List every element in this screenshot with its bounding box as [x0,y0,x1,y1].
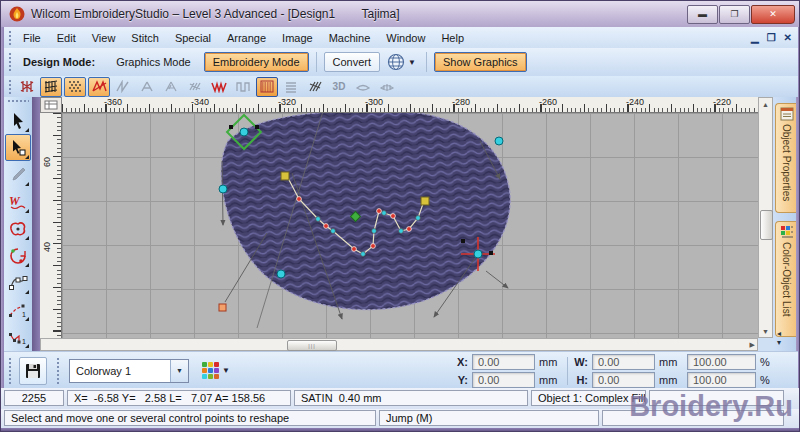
scroll-down-icon[interactable]: ▼ [759,325,772,337]
trapunto-icon[interactable] [352,77,374,97]
status-spare [649,390,784,406]
closed-shape-tool[interactable] [5,215,31,242]
menu-file[interactable]: File [15,30,49,46]
tatami-fill-icon[interactable] [64,77,86,97]
toolbar-grip[interactable] [55,356,60,386]
embroidery-mode-button[interactable]: Embroidery Mode [204,52,309,72]
height-field[interactable]: 0.00 [592,372,655,388]
x-scale-field[interactable]: 100.00 [687,354,756,370]
knife-tool[interactable] [5,161,31,188]
minimize-button[interactable]: ▬ [687,5,718,24]
square-wave-icon[interactable] [232,77,254,97]
selected-node-handle[interactable] [240,128,248,136]
restore-button[interactable]: ❐ [719,5,750,24]
tab-object-properties[interactable]: Object Properties [775,103,797,213]
convert-button[interactable]: Convert [324,52,381,72]
lettering-tool[interactable]: W [5,188,31,215]
wave-run-icon[interactable] [208,77,230,97]
vertical-scrollbar[interactable]: ▲ ▼ [758,97,773,338]
boundary-control-point[interactable] [495,137,503,145]
mirror-rotate-tool[interactable] [5,242,31,269]
colorway-toolbar: Colorway 1 ▼ ▼ X: 0.00 mm Y: 0.00 [4,351,798,389]
hint-text: Select and move one or several control p… [4,410,376,426]
hoop-globe-button[interactable]: ▼ [382,50,421,74]
contour-lines-icon[interactable] [280,77,302,97]
toolbar-grip[interactable] [7,78,12,95]
toolbar-grip[interactable] [7,356,12,386]
motif-run-icon[interactable] [88,77,110,97]
vertical-scrollbar-thumb[interactable] [760,210,773,240]
menu-stitch[interactable]: Stitch [123,30,167,46]
end-point-marker[interactable] [219,304,226,311]
toolbar-grip[interactable] [7,99,29,104]
menu-arrange[interactable]: Arrange [219,30,274,46]
complex-fill-icon[interactable] [256,77,278,97]
x-field[interactable]: 0.00 [472,354,535,370]
ruler-label: -340 [191,97,209,107]
menu-help[interactable]: Help [433,30,472,46]
mdi-minimize-button[interactable]: ▁ [751,32,759,43]
flyout-arrow-icon [25,344,29,348]
node-square[interactable] [255,125,259,129]
y-scale-field[interactable]: 100.00 [687,372,756,388]
reshape-nodes-tool[interactable] [5,269,31,296]
ruler-label: -260 [539,97,557,107]
threed-effect-icon[interactable]: 3D [328,77,350,97]
flyout-arrow-icon [25,317,29,321]
thread-colors-button[interactable]: ▼ [197,359,235,382]
boundary-control-point[interactable] [219,185,227,193]
toolbar-grip[interactable] [7,51,12,73]
close-button[interactable]: ✕ [751,5,795,24]
boundary-control-point[interactable] [277,270,285,278]
basket-weave-icon[interactable] [376,77,398,97]
menu-edit[interactable]: Edit [49,30,84,46]
cross-hatch-icon[interactable] [304,77,326,97]
zigzag-stitch-icon[interactable] [112,77,134,97]
stem-stitch-icon[interactable] [184,77,206,97]
mdi-restore-button[interactable]: ❐ [767,32,776,43]
combo-dropdown-icon[interactable]: ▼ [170,360,188,382]
sculpture-run-icon[interactable] [160,77,182,97]
exit-point-marker[interactable] [421,197,429,205]
menu-machine[interactable]: Machine [321,30,379,46]
select-tool[interactable] [5,107,31,134]
reshape-tool[interactable] [5,134,31,161]
embroidery-object-complex-fill[interactable] [221,113,510,310]
horizontal-scrollbar[interactable]: ||| ▶ [40,338,758,351]
flyout-arrow-icon [25,155,29,159]
show-graphics-button[interactable]: Show Graphics [434,52,527,72]
scroll-up-icon[interactable]: ▲ [759,98,772,110]
menu-window[interactable]: Window [378,30,433,46]
satin-stitch-icon[interactable] [40,77,62,97]
title-bar: Wilcom EmbroideryStudio – Level 3 Advanc… [1,1,800,27]
run-stitch-tool[interactable]: 1 [5,323,31,350]
horizontal-scrollbar-thumb[interactable]: ||| [287,340,337,351]
toolbar-grip[interactable] [7,29,12,46]
e-stitch-icon[interactable] [136,77,158,97]
scroll-right-icon[interactable]: ▶ [750,341,755,349]
design-canvas[interactable] [62,113,758,338]
flyout-arrow-icon [25,290,29,294]
jump-stitch-icon[interactable] [16,77,38,97]
node-square[interactable] [229,125,233,129]
menu-image[interactable]: Image [274,30,321,46]
colorway-select[interactable]: Colorway 1 ▼ [69,359,189,383]
mdi-close-button[interactable]: ✕ [784,32,792,43]
travel-mode: Jump (M) [379,410,599,426]
panel-scroll-arrows[interactable]: ◂▾ [777,329,781,347]
angle-arrow [486,271,508,288]
menu-special[interactable]: Special [167,30,219,46]
docked-panel-strip: Object Properties Color-Object List ◂▾ [773,97,798,351]
x-label: X: [454,356,468,368]
pointer-position: X= -6.58 Y= 2.58 L= 7.07 A= 158.56 [67,390,291,406]
graphics-mode-button[interactable]: Graphics Mode [107,52,200,72]
y-field[interactable]: 0.00 [472,372,535,388]
ruler-label: -280 [452,97,470,107]
entry-point-marker[interactable] [281,172,289,180]
tab-color-object-list[interactable]: Color-Object List [775,221,797,337]
penetration-run-tool[interactable]: 1 [5,296,31,323]
ruler-origin-button[interactable] [40,97,62,113]
width-field[interactable]: 0.00 [592,354,655,370]
save-colorway-button[interactable] [19,357,47,385]
menu-view[interactable]: View [84,30,124,46]
